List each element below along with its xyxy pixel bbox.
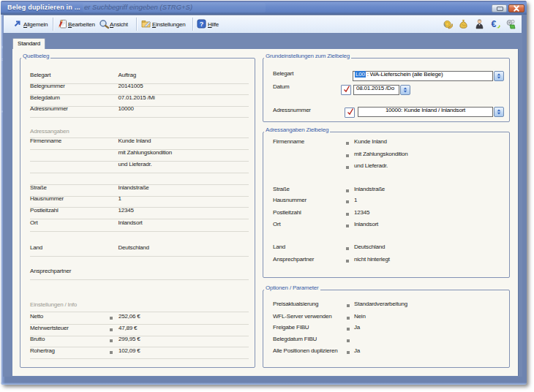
svg-text:?: ? [200, 20, 203, 28]
svg-text:€: € [492, 19, 497, 29]
